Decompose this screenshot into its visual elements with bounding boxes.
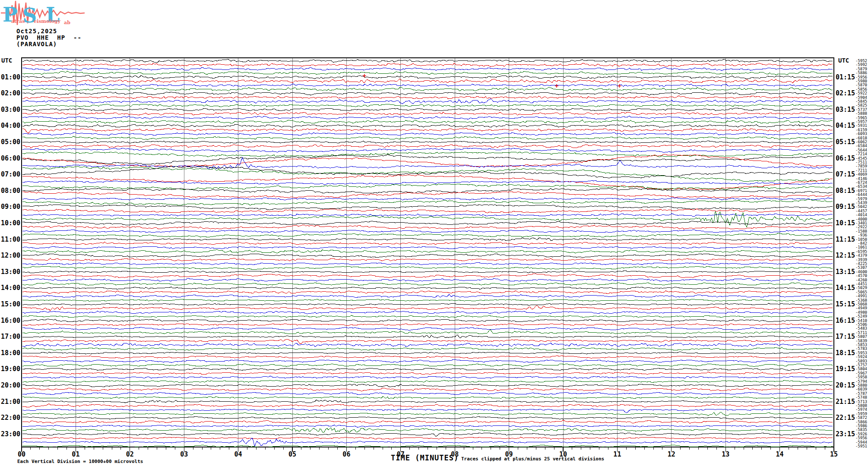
seismogram-trace-0100 [22,75,833,79]
seismogram-trace-0200 [22,91,833,95]
seismogram-trace-0300 [22,108,833,111]
hour-label-left-0600: 06:00 [1,155,20,162]
seismogram-trace-1645 [22,330,833,334]
seismogram-trace-2030 [22,392,833,395]
seismogram-trace-1015 [22,225,833,229]
seismogram-trace-0345 [22,120,833,123]
x-tick-label-11: 11 [608,450,627,458]
x-tick-label-04: 04 [229,450,248,458]
hour-label-left-1100: 11:00 [1,236,20,243]
seismogram-trace-0545 [22,151,833,157]
hour-label-left-0700: 07:00 [1,171,20,178]
trace-offset-value: -5951 [842,444,867,448]
seismogram-trace-1800 [22,352,833,354]
seismogram-trace-0515 [22,145,833,148]
seismogram-trace-1030 [22,230,833,233]
seismogram-trace-1445 [22,299,833,301]
hour-label-left-2200: 22:00 [1,414,20,421]
seismogram-trace-0415 [22,128,833,133]
seismogram-trace-1845 [22,364,833,366]
x-tick-label-03: 03 [174,450,193,458]
seismogram-trace-2145 [22,412,833,416]
seismogram-trace-1045 [22,233,833,237]
x-tick-label-15: 15 [824,450,843,458]
seismogram-trace-1615 [22,324,833,326]
seismogram-trace-1700 [22,335,833,338]
seismogram-trace-0215 [22,96,833,99]
seismogram-trace-2115 [22,404,833,407]
seismogram-trace-0330 [22,116,833,119]
seismogram-trace-1630 [22,327,833,330]
seismogram-trace-1600 [22,319,833,322]
hour-label-left-2000: 20:00 [1,382,20,389]
seismogram-trace-1430 [22,294,833,297]
seismogram-trace-2000 [22,384,833,387]
seismogram-trace-0900 [22,205,833,210]
hour-label-left-1300: 13:00 [1,268,20,275]
x-tick-label-02: 02 [120,450,139,458]
x-axis-title: TIME (MINUTES) [391,453,459,462]
seismogram-trace-1945 [22,380,833,382]
seismogram-trace-1415 [22,291,833,293]
seismogram-trace-1500 [22,303,833,305]
hour-label-left-2100: 21:00 [1,398,20,405]
hour-label-left-0900: 09:00 [1,203,20,210]
seismogram-trace-0315 [22,112,833,115]
seismogram-trace-0015 [22,63,833,66]
x-tick-label-12: 12 [662,450,681,458]
seismogram-trace-2315 [22,437,833,439]
seismogram-trace-0115 [22,79,833,83]
seismogram-trace-1545 [22,315,833,318]
seismogram-trace-1715 [22,339,833,344]
hour-label-left-0800: 08:00 [1,187,20,194]
seismogram-trace-0430 [22,132,833,135]
seismogram-trace-1515 [22,305,833,311]
seismogram-trace-2130 [22,409,833,412]
seismogram-trace-1100 [22,238,833,241]
seismogram-trace-0145 [22,87,833,91]
hour-label-left-1700: 17:00 [1,333,20,340]
x-tick-label-01: 01 [66,450,85,458]
hour-label-left-0100: 01:00 [1,74,20,81]
hour-label-left-1600: 16:00 [1,317,20,324]
seismogram-trace-0915 [22,209,833,213]
seismogram-trace-1300 [22,271,833,273]
seismogram-plot [0,0,868,466]
x-tick-label-14: 14 [770,450,789,458]
seismogram-trace-1130 [22,246,833,249]
seismogram-trace-0730 [22,180,833,184]
seismogram-trace-0045 [22,71,833,75]
hour-label-left-0200: 02:00 [1,90,20,97]
seismogram-trace-0530 [22,148,833,152]
hour-label-left-0500: 05:00 [1,139,20,145]
seismogram-trace-2100 [22,400,833,403]
seismogram-trace-0600 [22,154,833,164]
seismogram-trace-1815 [22,356,833,358]
seismogram-trace-2245 [22,428,833,433]
seismogram-trace-1000 [22,221,833,225]
seismogram-trace-1230 [22,262,833,265]
seismogram-trace-2330 [22,438,833,447]
clipping-note: Traces clipped at plus/minus 25 vertical… [461,456,604,462]
webicorder-page: P S L atras eismology ab Oct25,2025 PVO … [0,0,868,466]
seismogram-trace-0030 [22,67,833,70]
hour-label-left-1400: 14:00 [1,284,20,291]
seismogram-trace-1530 [22,311,833,314]
hour-label-left-2300: 23:00 [1,431,20,438]
seismogram-trace-0445 [22,136,833,139]
seismogram-trace-1215 [22,258,833,261]
seismogram-trace-1245 [22,266,833,270]
seismogram-trace-0630 [22,157,833,169]
seismogram-trace-0815 [22,192,833,198]
seismogram-trace-1830 [22,359,833,362]
seismogram-trace-0400 [22,124,833,127]
seismogram-trace-2300 [22,433,833,436]
seismogram-trace-0945 [22,211,833,227]
seismogram-trace-0930 [22,214,833,216]
seismogram-trace-1345 [22,283,833,285]
hour-label-left-1200: 12:00 [1,252,20,259]
seismogram-trace-1900 [22,368,833,370]
seismogram-trace-0245 [22,104,833,107]
seismogram-trace-2215 [22,420,833,423]
hour-label-left-0300: 03:00 [1,106,20,113]
